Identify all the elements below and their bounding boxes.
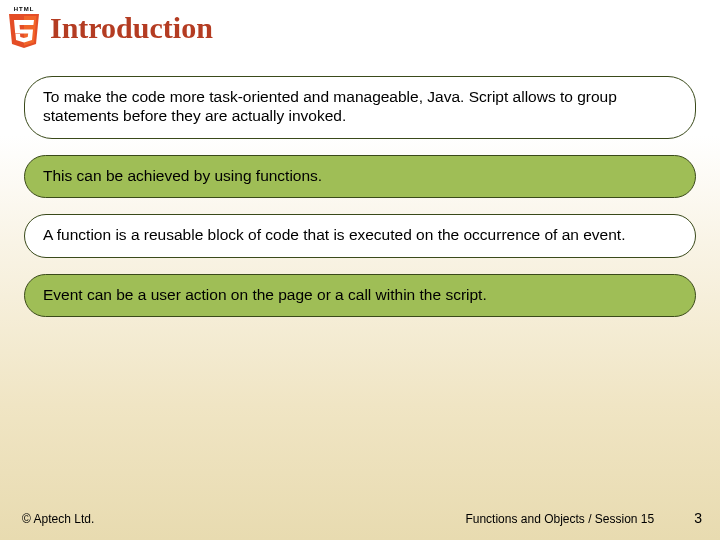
bullet-item: A function is a reusable block of code t… (24, 214, 696, 257)
slide-content: To make the code more task-oriented and … (0, 54, 720, 317)
bullet-item: To make the code more task-oriented and … (24, 76, 696, 139)
slide-footer: © Aptech Ltd. Functions and Objects / Se… (0, 510, 720, 526)
bullet-item: Event can be a user action on the page o… (24, 274, 696, 317)
bullet-text: Event can be a user action on the page o… (43, 286, 487, 303)
slide-title: Introduction (50, 11, 213, 45)
html5-logo-label: HTML (6, 6, 42, 12)
html5-logo-icon: HTML (6, 8, 42, 48)
bullet-text: A function is a reusable block of code t… (43, 226, 625, 243)
svg-marker-2 (14, 20, 34, 43)
footer-page-number: 3 (694, 510, 702, 526)
footer-copyright: © Aptech Ltd. (22, 512, 94, 526)
slide-header: HTML Introduction (0, 0, 720, 54)
bullet-item: This can be achieved by using functions. (24, 155, 696, 198)
bullet-text: To make the code more task-oriented and … (43, 88, 617, 124)
bullet-text: This can be achieved by using functions. (43, 167, 322, 184)
footer-session: Functions and Objects / Session 15 (465, 512, 654, 526)
